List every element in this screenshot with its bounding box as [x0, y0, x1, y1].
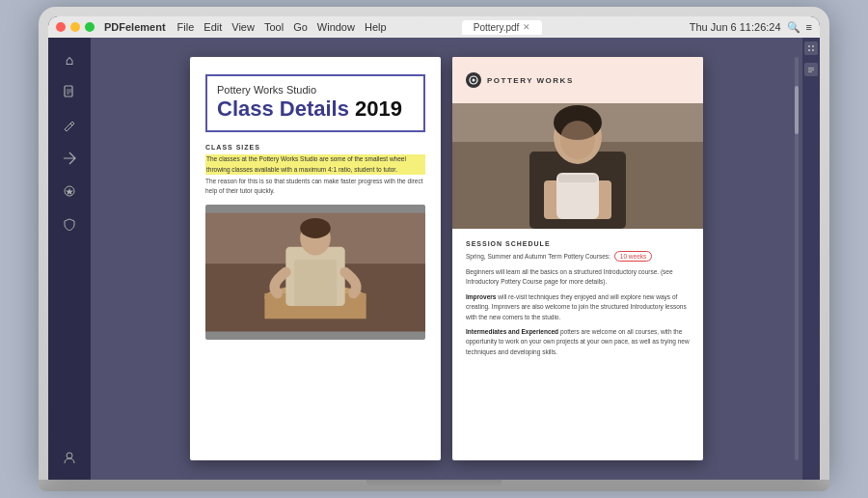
- body-text-left: The reason for this is so that students …: [205, 177, 425, 197]
- pdf-page-left: Pottery Works Studio Class Details 2019 …: [190, 57, 441, 460]
- pottery-photo-right: [452, 103, 703, 229]
- session-schedule-heading: SESSION SCHEDULE: [466, 240, 690, 247]
- tab-close-icon[interactable]: ✕: [523, 22, 530, 32]
- maximize-button[interactable]: [85, 22, 95, 32]
- laptop-shell: PDFelement File Edit View Tool Go Window…: [39, 7, 829, 480]
- sidebar-item-favorite[interactable]: [55, 177, 84, 206]
- page-subtitle: Pottery Works Studio: [217, 84, 414, 96]
- svg-point-10: [300, 218, 331, 238]
- improver-text: Improvers will re-visit techniques they …: [466, 292, 690, 322]
- app-content: ⌂: [48, 38, 820, 480]
- pages-container: Pottery Works Studio Class Details 2019 …: [91, 38, 802, 480]
- traffic-lights: [56, 22, 95, 32]
- weeks-badge: 10 weeks: [614, 251, 652, 262]
- svg-rect-26: [812, 49, 814, 51]
- close-button[interactable]: [56, 22, 66, 32]
- svg-point-22: [560, 121, 595, 159]
- title-box: Pottery Works Studio Class Details 2019: [205, 74, 425, 132]
- app-name: PDFelement: [104, 21, 166, 33]
- laptop-base: [39, 480, 829, 491]
- svg-rect-11: [294, 260, 337, 306]
- time-display: Thu Jun 6 11:26:24: [690, 21, 781, 33]
- menu-file[interactable]: File: [177, 21, 195, 33]
- sidebar-item-annotate[interactable]: [55, 111, 84, 140]
- intermediate-heading: Intermediates and Experienced: [466, 328, 558, 335]
- sidebar-item-document[interactable]: [55, 78, 84, 107]
- multiwindow-icon[interactable]: ≡: [806, 21, 812, 33]
- svg-rect-27: [808, 68, 814, 69]
- improver-body: will re-visit techniques they enjoyed an…: [466, 293, 687, 320]
- panel-icon-1[interactable]: [804, 42, 818, 55]
- menu-go[interactable]: Go: [293, 21, 308, 33]
- menu-window[interactable]: Window: [317, 21, 355, 33]
- minimize-button[interactable]: [70, 22, 80, 32]
- svg-point-13: [473, 79, 475, 82]
- menu-edit[interactable]: Edit: [203, 21, 222, 33]
- sidebar-item-send[interactable]: [55, 144, 84, 173]
- page-right-body: SESSION SCHEDULE Spring, Summer and Autu…: [452, 229, 703, 374]
- sidebar-item-home[interactable]: ⌂: [55, 45, 84, 74]
- right-panel: [802, 38, 820, 480]
- schedule-intro-text: Spring, Summer and Autumn Term Pottery C…: [466, 253, 610, 260]
- menubar-right: Thu Jun 6 11:26:24 🔍 ≡: [690, 21, 812, 34]
- class-sizes-heading: CLASS SIZES: [205, 144, 425, 151]
- beginner-text: Beginners will learn all the basics on a…: [466, 267, 690, 288]
- menu-view[interactable]: View: [231, 21, 255, 33]
- svg-rect-23: [808, 45, 810, 47]
- svg-point-2: [67, 453, 72, 458]
- menubar-items: File Edit View Tool Go Window Help: [177, 21, 387, 33]
- scrollbar-track: [795, 57, 799, 460]
- menubar: PDFelement File Edit View Tool Go Window…: [48, 16, 820, 38]
- svg-rect-25: [808, 49, 810, 51]
- svg-rect-28: [808, 69, 814, 70]
- svg-rect-0: [65, 86, 72, 97]
- laptop-screen: PDFelement File Edit View Tool Go Window…: [48, 16, 820, 480]
- pottery-logo: [466, 72, 481, 88]
- session-first-line: Spring, Summer and Autumn Term Pottery C…: [466, 251, 690, 262]
- pdf-page-right: POTTERY WORKS: [452, 57, 703, 460]
- pottery-brand-header: POTTERY WORKS: [452, 57, 703, 103]
- scrollbar-thumb[interactable]: [795, 86, 799, 134]
- title-class-details: Class Details: [217, 97, 349, 121]
- tab-label: Pottery.pdf: [474, 22, 520, 33]
- sidebar-item-profile[interactable]: [55, 443, 84, 472]
- intermediate-text: Intermediates and Experienced potters ar…: [466, 327, 690, 357]
- svg-rect-29: [808, 71, 812, 72]
- sidebar: ⌂: [48, 38, 91, 480]
- menu-tool[interactable]: Tool: [264, 21, 284, 33]
- highlighted-paragraph: The classes at the Pottery Works Studio …: [205, 154, 425, 175]
- title-year: 2019: [355, 97, 402, 121]
- svg-rect-19: [558, 175, 597, 182]
- tab-pottery[interactable]: Pottery.pdf ✕: [462, 20, 543, 35]
- search-menu-icon[interactable]: 🔍: [787, 21, 800, 34]
- page-title-main: Class Details 2019: [217, 97, 414, 121]
- panel-icon-2[interactable]: [804, 63, 818, 76]
- brand-name: POTTERY WORKS: [487, 76, 574, 85]
- menu-help[interactable]: Help: [365, 21, 387, 33]
- pottery-photo-left: [205, 205, 425, 340]
- improver-heading: Improvers: [466, 293, 496, 300]
- sidebar-item-protect[interactable]: [55, 209, 84, 238]
- svg-rect-24: [812, 45, 814, 47]
- laptop-notch: [366, 480, 502, 485]
- pdf-area: Pottery Works Studio Class Details 2019 …: [91, 38, 820, 480]
